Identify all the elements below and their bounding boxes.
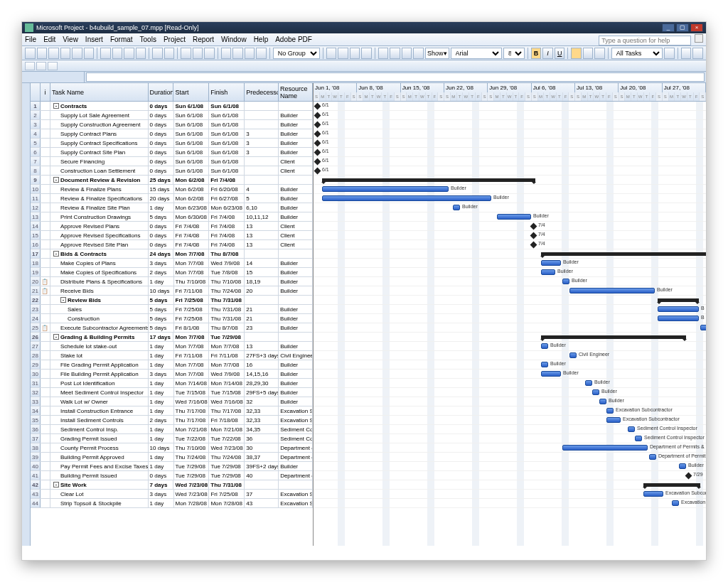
duration-cell[interactable]: 1 day [149,388,174,397]
task-name-cell[interactable]: File Building Permit Application [50,370,149,378]
task-name-cell[interactable]: -Document Review & Revision [50,176,149,184]
pred-cell[interactable]: 16 [245,360,279,369]
duration-cell[interactable]: 5 days [149,212,174,221]
summary-bar[interactable] [322,178,535,182]
resource-cell[interactable]: Client [279,222,313,230]
table-row[interactable]: 26-Grading & Building Permits17 daysMon … [31,333,313,342]
pred-cell[interactable]: 15 [245,268,279,276]
summary-bar[interactable] [541,335,686,339]
help-search-input[interactable] [599,36,691,45]
gantt-row[interactable]: B [314,305,706,314]
menu-help[interactable]: Help [254,36,269,43]
titlebar[interactable]: Microsoft Project - b4ubuild_sample_07.m… [22,22,706,33]
finish-cell[interactable]: Mon 7/7/08 [209,342,245,350]
show-dropdown[interactable]: Show ▾ [425,48,449,59]
split-icon[interactable] [204,48,215,59]
table-row[interactable]: 37Grading Permit Issued1 dayTue 7/22/08T… [31,434,313,443]
task-name-cell[interactable]: Distribute Plans & Specifications [50,277,149,286]
finish-cell[interactable]: Thu 8/7/08 [209,249,245,258]
pred-cell[interactable]: 43 [245,499,279,507]
duration-cell[interactable]: 5 days [149,323,174,332]
start-cell[interactable]: Wed 7/23/08 [173,480,209,489]
start-cell[interactable]: Mon 6/30/08 [174,212,210,221]
gantt-row[interactable]: Builder [314,212,706,222]
underline-icon[interactable]: U [555,48,565,59]
row-id[interactable]: 9 [31,176,41,184]
task-name-cell[interactable]: Building Permit Issued [50,471,149,480]
duration-cell[interactable]: 15 days [149,185,174,193]
duration-cell[interactable]: 0 days [149,139,174,147]
row-id[interactable]: 30 [31,370,41,378]
task-name-cell[interactable]: Install Sediment Controls [50,416,149,424]
pred-cell[interactable]: 32,33 [245,416,279,424]
maximize-button[interactable]: ▢ [676,23,689,32]
view-bar[interactable] [22,83,31,546]
task-bar[interactable] [606,408,614,414]
duration-cell[interactable]: 20 days [149,194,174,203]
table-row[interactable]: 28Stake lot1 dayFri 7/11/08Fri 7/11/0827… [31,351,313,360]
collapse-toggle[interactable]: - [53,177,59,183]
paste-icon[interactable] [124,48,134,59]
pred-cell[interactable]: 40 [245,471,279,480]
duration-cell[interactable]: 1 day [149,203,174,212]
row-id[interactable]: 3 [31,120,41,129]
start-cell[interactable]: Fri 8/1/08 [174,323,210,332]
task-bar[interactable] [322,186,449,192]
table-row[interactable]: 9-Document Review & Revision25 daysMon 6… [31,176,313,185]
duration-cell[interactable]: 10 days [149,286,174,295]
task-name-cell[interactable]: Construction [50,314,149,323]
start-cell[interactable]: Fri 7/4/08 [174,231,210,239]
table-row[interactable]: 6Supply Contract Site Plan0 daysSun 6/1/… [31,148,313,157]
duration-cell[interactable]: 5 days [149,296,174,304]
menu-edit[interactable]: Edit [43,36,55,43]
task-name-cell[interactable]: Review & Finalize Site Plan [50,203,149,212]
table-row[interactable]: 27Schedule lot stake-out1 dayMon 7/7/08M… [31,342,313,351]
resource-cell[interactable]: Department of F [279,453,313,461]
new-icon[interactable] [25,48,36,59]
task-name-cell[interactable]: Supply Lot Sale Agreement [50,111,149,119]
resource-cell[interactable]: Builder [279,370,313,378]
duration-cell[interactable]: 1 day [149,379,174,387]
duration-cell[interactable]: 0 days [149,222,174,230]
row-id[interactable]: 5 [31,139,41,147]
duration-cell[interactable]: 0 days [149,240,174,249]
hide-subtasks-icon[interactable] [413,48,424,59]
task-bar[interactable] [562,445,648,451]
task-bar[interactable] [585,380,592,386]
start-cell[interactable]: Thu 7/24/08 [174,453,210,461]
align-left-icon[interactable] [571,48,582,59]
row-id[interactable]: 16 [31,240,41,249]
resource-cell[interactable] [279,333,313,341]
task-name-cell[interactable]: Stake lot [50,351,149,360]
menu-report[interactable]: Report [193,36,214,43]
collapse-toggle[interactable]: - [53,251,59,257]
summary-bar[interactable] [658,298,699,302]
gantt-row[interactable]: Builder [314,185,706,194]
task-bar[interactable] [679,463,686,469]
resource-cell[interactable]: Builder [279,360,313,369]
milestone-icon[interactable] [314,122,321,129]
cut-icon[interactable] [100,48,111,59]
format-painter-icon[interactable] [136,48,146,59]
table-row[interactable]: 13Print Construction Drawings5 daysMon 6… [31,212,313,222]
align-right-icon[interactable] [594,48,605,59]
start-cell[interactable]: Sun 6/1/08 [174,129,210,138]
duration-cell[interactable]: 1 day [149,453,174,461]
pred-cell[interactable]: 3 [245,148,279,156]
open-icon[interactable] [37,48,48,59]
task-name-cell[interactable]: Supply Construction Agreement [50,120,149,129]
pdf-review-icon[interactable] [48,62,58,70]
pred-cell[interactable]: 18,19 [245,277,279,286]
row-id[interactable]: 41 [31,471,41,480]
start-cell[interactable]: Sun 6/1/08 [174,139,210,147]
start-cell[interactable]: Mon 6/23/08 [174,203,210,212]
gantt-row[interactable]: Department of Permit [314,453,706,462]
gantt-wizard-icon[interactable] [681,48,692,59]
task-name-cell[interactable]: Walk Lot w/ Owner [50,397,149,406]
notes-icon[interactable] [232,48,243,59]
table-row[interactable]: 14Approve Revised Plans0 daysFri 7/4/08F… [31,222,313,231]
pred-cell[interactable]: 13 [245,222,279,230]
table-row[interactable]: 10Review & Finalize Plans15 daysMon 6/2/… [31,185,313,194]
finish-cell[interactable]: Sun 6/1/08 [209,139,245,147]
row-id[interactable]: 22 [31,296,41,304]
